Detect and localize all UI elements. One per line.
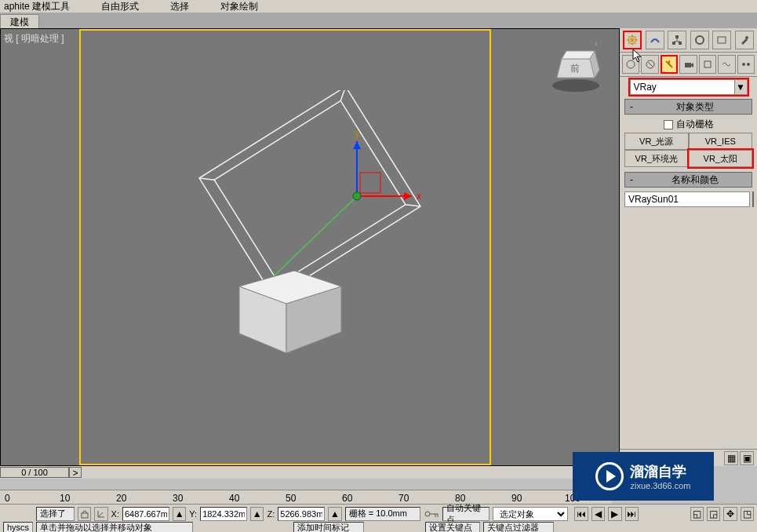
systems-icon[interactable] <box>737 55 755 74</box>
svg-rect-1 <box>214 101 406 284</box>
main-area: 视 [ 明暗处理 ] <box>0 28 757 466</box>
category-dropdown-value: VRay <box>634 82 657 93</box>
svg-point-19 <box>353 192 361 200</box>
playback-prev-icon[interactable]: ⏮ <box>574 507 588 521</box>
object-color-swatch[interactable] <box>752 191 754 207</box>
rollout-title: 对象类型 <box>638 100 752 114</box>
menu-graphite[interactable]: aphite 建模工具 <box>4 0 70 13</box>
svg-rect-45 <box>82 513 88 518</box>
playback-play-icon[interactable]: ▶ <box>608 507 621 521</box>
home-icon <box>595 42 598 46</box>
svg-marker-41 <box>691 63 693 67</box>
autogrid-checkbox[interactable] <box>664 120 673 129</box>
watermark-brand: 溜溜自学 <box>630 462 690 481</box>
display-tab-icon[interactable] <box>712 31 731 49</box>
script-listener[interactable]: hyscs <box>3 522 33 532</box>
svg-rect-42 <box>704 61 711 67</box>
create-tab-icon[interactable] <box>623 31 642 49</box>
svg-point-20 <box>552 79 599 92</box>
x-input[interactable] <box>122 507 169 521</box>
command-panel: VRay ▼ - 对象类型 自动栅格 VR_光源 VR_IES VR_环境光 V… <box>620 28 757 466</box>
svg-text:x: x <box>417 191 421 202</box>
modify-tab-icon[interactable] <box>646 31 664 49</box>
shapes-icon[interactable] <box>641 55 658 74</box>
svg-marker-13 <box>404 192 412 200</box>
name-color-row <box>620 189 757 210</box>
scene-3d: x y <box>153 90 467 404</box>
menu-freeform[interactable]: 自由形式 <box>101 0 139 13</box>
view-cube[interactable]: 前 <box>544 37 607 100</box>
time-ruler[interactable]: 0 10 20 30 40 50 60 70 80 90 100 <box>0 490 612 504</box>
viewnav-icon3[interactable]: ✥ <box>723 507 737 521</box>
key-icon <box>424 508 439 519</box>
z-input[interactable] <box>278 507 325 521</box>
svg-point-38 <box>627 60 635 68</box>
rollout-name-color[interactable]: - 名称和颜色 <box>624 172 752 188</box>
time-tag[interactable]: 添加时间标记 <box>293 522 364 532</box>
x-spinner-icon[interactable]: ▲ <box>173 507 186 521</box>
y-label: Y: <box>189 509 197 519</box>
svg-rect-32 <box>679 42 682 45</box>
watermark-url: zixue.3d66.com <box>630 481 690 490</box>
time-slider[interactable]: 0 / 100 > <box>0 466 612 479</box>
object-name-input[interactable] <box>624 191 750 207</box>
ribbon-tabs: 建模 <box>0 13 757 28</box>
y-input[interactable] <box>200 507 247 521</box>
coord-mode-icon[interactable] <box>94 507 107 521</box>
viewnav-icon2[interactable]: ◲ <box>707 507 720 521</box>
autokey-button[interactable]: 自动关键点 <box>442 507 490 521</box>
play-icon <box>595 462 624 490</box>
svg-marker-16 <box>353 141 361 149</box>
cameras-icon[interactable] <box>679 55 697 74</box>
menu-selection[interactable]: 选择 <box>170 0 189 13</box>
dropdown-arrow-icon: ▼ <box>734 80 747 94</box>
autogrid-row: 自动栅格 <box>620 116 757 133</box>
viewport[interactable]: 视 [ 明暗处理 ] <box>0 28 620 466</box>
viewport-label: 视 [ 明暗处理 ] <box>4 32 64 46</box>
vr-light-button[interactable]: VR_光源 <box>624 133 689 150</box>
lights-icon[interactable] <box>661 55 679 74</box>
svg-rect-30 <box>675 35 679 38</box>
selection-status: 选择了 <box>36 507 74 521</box>
command-panel-tabs <box>620 28 757 53</box>
menu-objectpaint[interactable]: 对象绘制 <box>220 0 258 13</box>
viewnav-icon4[interactable]: ◳ <box>741 507 754 521</box>
lock-icon[interactable] <box>78 507 91 521</box>
geometry-icon[interactable] <box>622 55 639 74</box>
svg-point-49 <box>425 512 430 516</box>
motion-tab-icon[interactable] <box>690 31 709 49</box>
time-slider-handle[interactable]: 0 / 100 <box>0 467 69 478</box>
viewnav-icon1[interactable]: ◱ <box>690 507 704 521</box>
svg-rect-0 <box>199 90 420 298</box>
menu-bar: aphite 建模工具 自由形式 选择 对象绘制 <box>0 0 757 13</box>
key-target-select[interactable]: 选定对象 <box>493 507 568 521</box>
svg-rect-18 <box>360 173 380 193</box>
panel-footer-icon2[interactable]: ▣ <box>740 451 754 465</box>
utilities-tab-icon[interactable] <box>735 31 754 49</box>
object-type-buttons: VR_光源 VR_IES VR_环境光 VR_太阳 <box>620 133 757 167</box>
y-spinner-icon[interactable]: ▲ <box>250 507 264 521</box>
svg-marker-22 <box>562 51 595 59</box>
vr-sun-button[interactable]: VR_太阳 <box>689 150 753 167</box>
svg-rect-40 <box>685 63 691 67</box>
time-slider-arrow[interactable]: > <box>69 467 82 478</box>
box-object <box>239 271 341 353</box>
helpers-icon[interactable] <box>699 55 716 74</box>
keyfilter-button[interactable]: 关键点过滤器 <box>483 522 554 532</box>
x-label: X: <box>111 509 119 519</box>
playback-fwd-icon[interactable]: ⏭ <box>625 507 639 521</box>
svg-point-37 <box>745 36 748 39</box>
setkey-button[interactable]: 设置关键点 <box>425 522 480 532</box>
rollout-object-type[interactable]: - 对象类型 <box>624 99 752 115</box>
z-spinner-icon[interactable]: ▲ <box>328 507 341 521</box>
vr-ambient-button[interactable]: VR_环境光 <box>624 150 689 167</box>
create-subcategories <box>620 53 757 77</box>
tab-modeling[interactable]: 建模 <box>0 14 39 28</box>
svg-text:y: y <box>355 128 359 139</box>
hierarchy-tab-icon[interactable] <box>668 31 686 49</box>
playback-back-icon[interactable]: ◀ <box>591 507 605 521</box>
vr-ies-button[interactable]: VR_IES <box>689 133 753 150</box>
category-dropdown[interactable]: VRay ▼ <box>630 79 748 95</box>
spacewarps-icon[interactable] <box>718 55 735 74</box>
panel-footer-icon1[interactable]: ▦ <box>724 451 738 465</box>
